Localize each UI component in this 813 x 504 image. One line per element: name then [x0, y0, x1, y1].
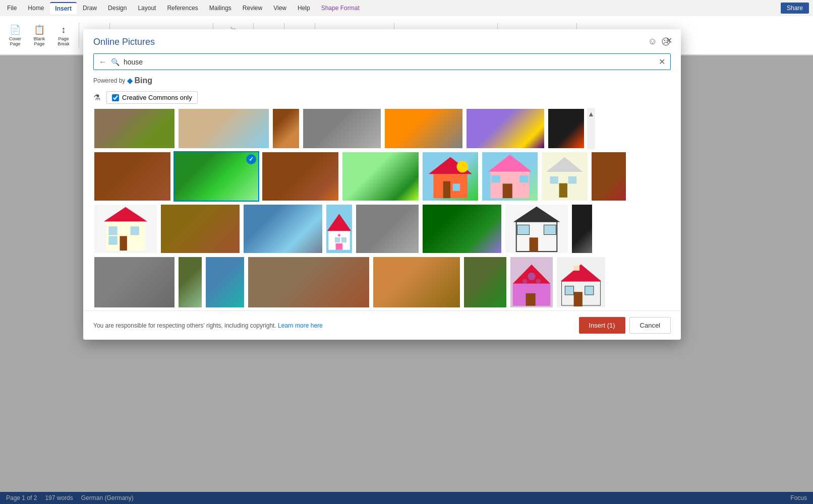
svg-rect-42: [565, 286, 573, 295]
bing-text: Bing: [134, 76, 152, 85]
image-grid-row-1: ▲: [93, 108, 671, 149]
tab-layout[interactable]: Layout: [133, 3, 161, 14]
image-item[interactable]: [247, 256, 370, 308]
powered-by: Powered by ◆ Bing: [83, 76, 681, 89]
svg-rect-23: [335, 237, 340, 242]
blank-page-button[interactable]: 📋 Blank Page: [28, 22, 50, 48]
svg-rect-41: [585, 286, 594, 295]
search-clear-button[interactable]: ✕: [659, 57, 665, 67]
image-item[interactable]: [93, 108, 176, 149]
back-button[interactable]: ←: [99, 57, 107, 67]
image-item[interactable]: [325, 204, 353, 254]
creative-commons-checkbox-label[interactable]: Creative Commons only: [106, 91, 198, 104]
image-item[interactable]: [463, 256, 507, 308]
image-item[interactable]: [556, 256, 606, 308]
tab-mailings[interactable]: Mailings: [204, 3, 237, 14]
cover-page-button[interactable]: 📄 Cover Page: [4, 22, 26, 48]
image-item[interactable]: [509, 256, 554, 308]
close-button[interactable]: ✕: [663, 34, 675, 46]
svg-rect-18: [131, 226, 139, 235]
svg-marker-22: [327, 214, 352, 231]
cover-page-icon: 📄: [10, 24, 21, 35]
image-item[interactable]: [243, 204, 323, 254]
svg-rect-19: [108, 226, 117, 235]
svg-marker-11: [546, 157, 583, 172]
selection-checkmark: ✓: [246, 154, 256, 164]
image-grid-row-2: ✓: [93, 151, 671, 202]
tab-help[interactable]: Help: [293, 3, 315, 14]
svg-rect-12: [559, 183, 567, 198]
cancel-button[interactable]: Cancel: [629, 317, 671, 334]
image-grid-container[interactable]: ▲ ✓: [83, 108, 681, 310]
svg-rect-9: [519, 175, 528, 182]
image-item[interactable]: [547, 108, 585, 149]
insert-button[interactable]: Insert (1): [579, 317, 625, 334]
online-pictures-dialog: ✕ Online Pictures ☺ ☹ ← 🔍 ✕ Powered by ◆…: [83, 29, 681, 340]
image-item[interactable]: [355, 204, 420, 254]
powered-by-text: Powered by: [93, 77, 125, 84]
svg-rect-8: [492, 175, 500, 182]
image-item[interactable]: [372, 256, 461, 308]
blank-page-icon: 📋: [34, 24, 45, 35]
tab-view[interactable]: View: [268, 3, 292, 14]
image-item[interactable]: [481, 151, 539, 202]
footer-buttons: Insert (1) Cancel: [579, 317, 671, 334]
svg-rect-40: [574, 292, 583, 306]
image-item[interactable]: [422, 151, 479, 202]
image-item[interactable]: [93, 204, 158, 254]
tab-insert[interactable]: Insert: [50, 2, 77, 14]
image-item[interactable]: [93, 256, 176, 308]
svg-point-35: [528, 273, 535, 280]
share-button[interactable]: Share: [781, 3, 809, 14]
tab-review[interactable]: Review: [238, 3, 267, 14]
image-item[interactable]: [571, 204, 593, 254]
svg-rect-13: [568, 176, 576, 184]
image-item[interactable]: [422, 204, 502, 254]
image-item[interactable]: [384, 108, 463, 149]
learn-more-link[interactable]: Learn more here: [278, 322, 323, 329]
image-item[interactable]: [261, 151, 339, 202]
filter-bar: ⚗ Creative Commons only: [83, 89, 681, 108]
page-break-icon: ↕: [62, 25, 66, 35]
tab-file[interactable]: File: [2, 3, 22, 14]
image-item[interactable]: [466, 108, 545, 149]
happy-icon[interactable]: ☺: [648, 36, 657, 47]
svg-point-4: [456, 161, 468, 172]
dialog-header: Online Pictures ☺ ☹: [83, 29, 681, 47]
svg-rect-20: [108, 236, 117, 244]
image-item[interactable]: [302, 108, 382, 149]
tab-draw[interactable]: Draw: [78, 3, 102, 14]
tab-references[interactable]: References: [162, 3, 203, 14]
tab-home[interactable]: Home: [23, 3, 49, 14]
svg-rect-24: [341, 237, 346, 242]
image-item[interactable]: [160, 204, 241, 254]
footer-text: You are responsible for respecting other…: [93, 322, 323, 329]
svg-rect-17: [120, 236, 127, 250]
image-item[interactable]: [541, 151, 589, 202]
image-item[interactable]: [93, 151, 171, 202]
svg-rect-31: [544, 225, 556, 234]
svg-rect-3: [453, 183, 460, 191]
page-break-button[interactable]: ↕ Page Break: [52, 23, 75, 48]
svg-rect-29: [530, 237, 538, 251]
svg-rect-30: [517, 225, 530, 234]
image-item[interactable]: [205, 256, 245, 308]
image-item[interactable]: [272, 108, 300, 149]
dialog-title: Online Pictures: [93, 37, 155, 47]
image-item[interactable]: [178, 108, 270, 149]
search-input[interactable]: [124, 58, 655, 66]
svg-point-25: [338, 234, 340, 236]
image-item[interactable]: [591, 151, 627, 202]
tab-design[interactable]: Design: [103, 3, 132, 14]
svg-rect-26: [336, 243, 343, 250]
filter-icon[interactable]: ⚗: [93, 93, 100, 102]
image-item[interactable]: [178, 256, 203, 308]
creative-commons-checkbox[interactable]: [112, 94, 119, 101]
bing-b-icon: ◆: [127, 77, 133, 85]
search-icon: 🔍: [111, 58, 120, 66]
tab-shape-format[interactable]: Shape Format: [316, 3, 365, 14]
image-grid-row-4: [93, 256, 671, 308]
image-item-selected[interactable]: ✓: [173, 151, 259, 202]
image-item[interactable]: [341, 151, 420, 202]
image-item[interactable]: [504, 204, 569, 254]
